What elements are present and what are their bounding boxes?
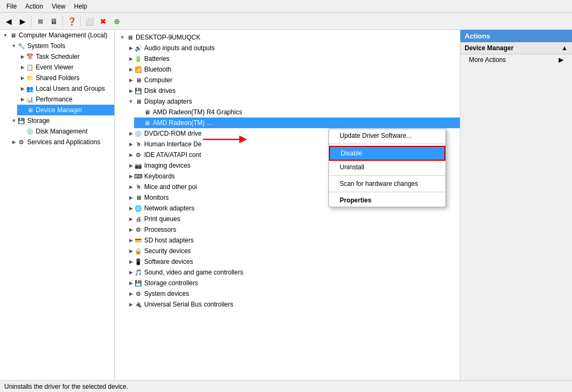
expand-disk [19,128,26,135]
tree-amd-selected[interactable]: 🖥 AMD Radeon(TM) ... [134,117,460,128]
audio-icon: 🔊 [134,44,143,52]
expand-amd-r4 [136,109,143,115]
toolbar-computer[interactable]: 🖥 [48,15,60,28]
menu-help[interactable]: Help [70,2,92,11]
disk-mgmt-label: Disk Management [36,128,88,135]
right-panel-more-actions[interactable]: More Actions ▶ [460,54,572,65]
tree-system-tools[interactable]: ▼ 🔧 System Tools [9,41,114,51]
tree-sd-host[interactable]: ▶ 💳 SD host adapters [126,235,458,246]
tree-batteries[interactable]: ▶ 🔋 Batteries [126,53,458,64]
toolbar-show-hide[interactable]: ▤ [34,15,46,28]
software-devices-label: Software devices [144,258,193,265]
toolbar-circle[interactable]: ⊕ [111,15,123,28]
expand-mice: ▶ [128,184,134,190]
toolbar-square[interactable]: ⬜ [83,15,96,28]
network-label: Network adapters [144,205,194,212]
right-panel: Actions Device Manager ▲ More Actions ▶ [460,30,572,380]
tree-local-users[interactable]: ▶ 👥 Local Users and Groups [17,83,114,94]
audio-label: Audio inputs and outputs [144,44,215,52]
menu-view[interactable]: View [48,2,70,11]
tree-audio[interactable]: ▶ 🔊 Audio inputs and outputs [126,43,458,53]
tree-storage-ctrl[interactable]: ▶ 💾 Storage controllers [126,278,458,288]
main-layout: ▼ 🖥 Computer Management (Local) ▼ 🔧 Syst… [0,30,572,380]
toolbar-sep-3 [80,16,81,27]
context-sep-1 [329,144,445,144]
tree-sound[interactable]: ▶ 🎵 Sound, video and game controllers [126,267,458,278]
display-adapters-icon: 🖥 [134,97,143,106]
tree-performance[interactable]: ▶ 📊 Performance [17,94,114,105]
tree-bluetooth[interactable]: ▶ 📶 Bluetooth [126,64,458,75]
expand-local: ▶ [19,85,26,92]
expand-monitors: ▶ [128,194,134,201]
bluetooth-icon: 📶 [134,65,143,74]
tree-event-viewer[interactable]: ▶ 📋 Event Viewer [17,62,114,73]
desktop-icon: 🖥 [126,33,134,42]
tree-task-scheduler[interactable]: ▶ 📅 Task Scheduler [17,51,114,62]
context-properties[interactable]: Properties [329,194,445,207]
expand-ide: ▶ [128,152,134,158]
context-scan[interactable]: Scan for hardware changes [329,177,445,190]
processors-label: Processors [144,226,176,233]
batteries-icon: 🔋 [134,54,143,63]
menu-file[interactable]: File [2,2,21,11]
tree-disk-drives[interactable]: ▶ 💾 Disk drives [126,85,458,96]
storage-label: Storage [27,117,50,124]
batteries-label: Batteries [144,55,169,62]
hid-icon: 🖱 [134,140,143,148]
tree-display-adapters[interactable]: ▼ 🖥 Display adapters [126,96,458,107]
toolbar-forward[interactable]: ▶ [16,15,29,28]
tree-processors[interactable]: ▶ ⚙ Processors [126,224,458,235]
event-viewer-label: Event Viewer [36,64,73,71]
right-panel-section: Device Manager ▲ [460,42,572,54]
shared-folders-label: Shared Folders [36,74,80,82]
context-menu: Update Driver Software... Disable Uninst… [328,129,446,207]
expand-disk-drives: ▶ [128,88,134,94]
event-viewer-icon: 📋 [26,63,34,72]
imaging-label: Imaging devices [144,162,191,169]
toolbar-back[interactable]: ◀ [2,15,15,28]
services-label: Services and Applications [27,138,100,146]
expand-devmgr [19,107,26,113]
tree-usb[interactable]: ▶ 🔌 Universal Serial Bus controllers [126,299,458,310]
tree-software-devices[interactable]: ▶ 📱 Software devices [126,256,458,267]
context-uninstall[interactable]: Uninstall [329,161,445,174]
tree-root[interactable]: ▼ 🖥 Computer Management (Local) [0,30,114,41]
amd-r4-icon: 🖥 [143,108,151,116]
tree-storage[interactable]: ▼ 💾 Storage [9,115,114,126]
monitors-label: Monitors [144,194,169,201]
expand-desktop: ▼ [119,34,126,41]
toolbar-close[interactable]: ✖ [97,15,109,28]
display-adapters-label: Display adapters [144,98,192,105]
dvdcd-icon: 💿 [134,129,143,138]
expand-services: ▶ [11,139,17,145]
mice-icon: 🖱 [134,183,143,191]
dvdcd-label: DVD/CD-ROM drive [144,130,201,137]
toolbar-help[interactable]: ❓ [65,15,78,28]
menu-bar: File Action View Help [0,0,572,13]
tree-print[interactable]: ▶ 🖨 Print queues [126,214,458,224]
tree-system-devices[interactable]: ▶ ⚙ System devices [126,288,458,299]
tree-disk-mgmt[interactable]: 💿 Disk Management [17,126,114,137]
tree-shared-folders[interactable]: ▶ 📁 Shared Folders [17,73,114,83]
task-scheduler-icon: 📅 [26,52,34,61]
usb-label: Universal Serial Bus controllers [144,301,233,308]
network-icon: 🌐 [134,204,143,213]
context-update-driver[interactable]: Update Driver Software... [329,129,445,142]
storage-ctrl-icon: 💾 [134,279,143,287]
expand-batteries: ▶ [128,56,134,62]
tree-desktop-root[interactable]: ▼ 🖥 DESKTOP-9UMUQCK [117,32,458,43]
tree-security[interactable]: ▶ 🔒 Security devices [126,246,458,256]
tree-services[interactable]: ▶ ⚙ Services and Applications [9,137,114,147]
tree-computer[interactable]: ▶ 🖥 Computer [126,75,458,85]
tree-device-manager[interactable]: 🖥 Device Manager [17,105,114,115]
tree-amd-r4[interactable]: 🖥 AMD Radeon(TM) R4 Graphics [134,107,458,117]
sd-icon: 💳 [134,236,143,245]
right-panel-section-arrow: ▲ [561,44,568,52]
amd-r4-label: AMD Radeon(TM) R4 Graphics [153,108,242,116]
context-disable[interactable]: Disable [329,146,445,161]
disk-mgmt-icon: 💿 [26,127,34,136]
security-icon: 🔒 [134,247,143,255]
expand-storage-ctrl: ▶ [128,280,134,286]
status-text: Uninstalls the driver for the selected d… [4,383,128,390]
menu-action[interactable]: Action [21,2,47,11]
